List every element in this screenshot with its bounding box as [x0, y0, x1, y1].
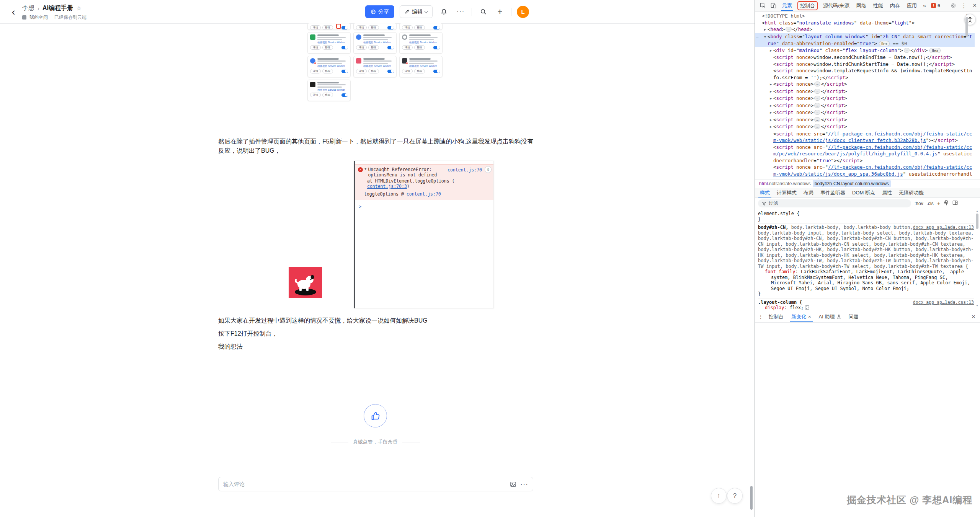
dom-breadcrumb[interactable]: html.notranslate.windows: [757, 180, 813, 187]
share-button[interactable]: 分享: [365, 5, 394, 18]
expand-arrow-icon[interactable]: ▶: [768, 95, 773, 102]
devtools-tab[interactable]: 源代码/来源: [820, 0, 853, 11]
device-toolbar-icon[interactable]: [768, 0, 779, 11]
dom-tree-node[interactable]: <script nonce>window.secondChunkEndTime …: [755, 54, 975, 61]
devtools-menu-icon[interactable]: ⋮: [959, 0, 969, 11]
color-brush-icon[interactable]: [944, 200, 949, 207]
styles-tab[interactable]: 布局: [800, 188, 817, 197]
expand-arrow-icon[interactable]: ▶: [768, 88, 773, 95]
scroll-to-top-button[interactable]: ↑: [711, 488, 727, 504]
styles-tab[interactable]: 事件监听器: [817, 188, 849, 197]
extension-details-button[interactable]: 详情: [356, 45, 367, 50]
extension-remove-button[interactable]: 移除: [368, 69, 379, 73]
more-actions-icon[interactable]: ···: [455, 6, 466, 18]
dom-tree-node[interactable]: ▶<script nonce>…</script>: [755, 109, 975, 116]
star-icon[interactable]: ☆: [76, 5, 82, 12]
extension-details-button[interactable]: 详情: [310, 93, 321, 97]
service-worker-link[interactable]: 检查视图 Service Worker: [317, 41, 348, 44]
extension-details-button[interactable]: 详情: [402, 45, 413, 50]
dom-tree-node[interactable]: ▶<div id="mainBox" class="flex layout-co…: [755, 47, 975, 54]
dom-tree-node[interactable]: <script nonce src="//lf-package-cn.feish…: [755, 164, 975, 179]
extension-toggle[interactable]: [341, 46, 348, 49]
like-button[interactable]: [364, 404, 387, 427]
extension-remove-button[interactable]: 移除: [414, 25, 425, 30]
styles-tab[interactable]: 属性: [879, 188, 895, 197]
drawer-tab[interactable]: 控制台: [765, 311, 787, 322]
ai-hint-icon[interactable]: ⊙: [485, 166, 492, 173]
tab-close-icon[interactable]: ×: [808, 314, 811, 320]
dom-tree-node[interactable]: <script nonce>window.templateRequestInfo…: [755, 67, 975, 81]
extension-details-button[interactable]: 详情: [402, 25, 413, 30]
extension-toggle[interactable]: [433, 46, 440, 49]
extension-remove-button[interactable]: 移除: [414, 45, 425, 50]
computed-sidebar-icon[interactable]: [952, 200, 958, 207]
dom-tree-node[interactable]: <script nonce src="//lf-package-cn.feish…: [755, 130, 975, 144]
notification-bell-icon[interactable]: [438, 6, 449, 18]
devtools-tab[interactable]: 控制台: [795, 0, 820, 11]
search-icon[interactable]: [477, 6, 489, 18]
drawer-menu-icon[interactable]: ⋮: [756, 311, 765, 322]
devtools-tab[interactable]: 元素: [779, 0, 795, 11]
stack-source-link[interactable]: content.js:70: [407, 191, 441, 197]
stylesheet-source-link[interactable]: docx_app_sp…1ada.css:13: [913, 300, 974, 305]
drawer-tab[interactable]: 新变化 ×: [787, 311, 815, 322]
extension-remove-button[interactable]: 移除: [322, 69, 333, 73]
extension-toggle[interactable]: [387, 26, 394, 29]
expand-arrow-icon[interactable]: ▼: [763, 34, 768, 41]
extension-toggle[interactable]: [387, 70, 394, 73]
dom-tree-node[interactable]: <html class="notranslate windows" data-t…: [755, 20, 975, 26]
document-scrollbar[interactable]: [750, 486, 753, 510]
extension-toggle[interactable]: [341, 93, 348, 97]
style-filter-input[interactable]: 过滤: [758, 199, 911, 207]
devtools-tab[interactable]: 内存: [887, 0, 903, 11]
extension-details-button[interactable]: 详情: [310, 25, 321, 30]
extension-details-button[interactable]: 详情: [356, 25, 367, 30]
dom-tree-node[interactable]: ▶<script nonce>…</script>: [755, 95, 975, 102]
dom-tree-node[interactable]: <script nonce src="//lf-package-cn.feish…: [755, 144, 975, 164]
service-worker-link[interactable]: 检查视图 Service Worker: [317, 88, 348, 91]
dom-tree-node[interactable]: ▶<script nonce>…</script>: [755, 123, 975, 130]
element-style-rule[interactable]: element.style {: [758, 211, 974, 217]
extension-details-button[interactable]: 详情: [402, 69, 413, 73]
extension-details-button[interactable]: 详情: [310, 69, 321, 73]
extension-toggle[interactable]: [341, 26, 348, 29]
css-rule[interactable]: docx_app_sp…1ada.css:13 body#zh-CN, body…: [758, 224, 974, 299]
extension-remove-button[interactable]: 移除: [322, 93, 333, 97]
styles-tab[interactable]: DOM 断点: [849, 188, 879, 197]
css-rule[interactable]: docx_app_sp…1ada.css:13 .layout-column {…: [758, 299, 974, 311]
expand-arrow-icon[interactable]: ▶: [768, 81, 773, 88]
devtools-tab[interactable]: 性能: [870, 0, 887, 11]
service-worker-link[interactable]: 检查视图 Service Worker: [317, 65, 348, 68]
elements-tree[interactable]: <!DOCTYPE html><html class="notranslate …: [755, 11, 980, 179]
extension-details-button[interactable]: 详情: [310, 45, 321, 50]
expand-arrow-icon[interactable]: ▶: [768, 117, 773, 124]
drawer-close-icon[interactable]: ×: [967, 311, 980, 322]
drawer-tab[interactable]: AI 助理: [815, 311, 845, 322]
space-label[interactable]: 我的空间: [29, 14, 48, 21]
extension-remove-button[interactable]: 移除: [368, 45, 379, 50]
extension-remove-button[interactable]: 移除: [322, 45, 333, 50]
styles-pane[interactable]: element.style { } docx_app_sp…1ada.css:1…: [755, 209, 980, 311]
breadcrumb-parent[interactable]: 李想: [22, 4, 34, 12]
comment-more-icon[interactable]: ···: [520, 480, 528, 488]
avatar[interactable]: L: [517, 6, 529, 18]
devtools-tab[interactable]: 应用: [903, 0, 920, 11]
edit-button[interactable]: 编辑: [400, 5, 433, 18]
service-worker-link[interactable]: 检查视图 Service Worker: [409, 65, 440, 68]
styles-tab[interactable]: 无障碍功能: [895, 188, 927, 197]
css-declaration[interactable]: font-family: LarkHackSafariFont, LarkEmo…: [758, 269, 974, 291]
elements-scrollbar[interactable]: ▲: [965, 13, 969, 37]
flex-editor-icon[interactable]: [805, 305, 809, 310]
dom-tree-node[interactable]: ▶<script nonce>…</script>: [755, 102, 975, 109]
new-style-rule-icon[interactable]: +: [937, 200, 941, 207]
dom-tree-node[interactable]: …▼<body class="layout-column windows" id…: [755, 33, 975, 47]
create-new-icon[interactable]: +: [494, 6, 506, 18]
help-button[interactable]: ?: [727, 488, 743, 504]
insert-image-icon[interactable]: [510, 481, 516, 488]
service-worker-link[interactable]: 检查视图 Service Worker: [363, 41, 394, 44]
devtools-tab[interactable]: 网络: [853, 0, 870, 11]
extension-toggle[interactable]: [433, 26, 440, 29]
expand-arrow-icon[interactable]: ▶: [768, 103, 773, 109]
extension-remove-button[interactable]: 移除: [414, 69, 425, 73]
error-count-badge[interactable]: ! 6: [929, 0, 942, 11]
